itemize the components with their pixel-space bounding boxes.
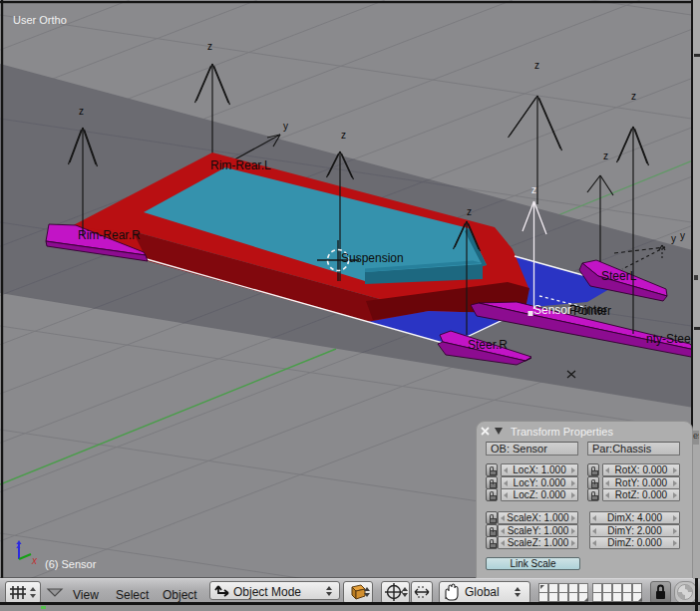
svg-text:Rim-Rear.L: Rim-Rear.L	[210, 158, 271, 172]
svg-text:y: y	[680, 230, 685, 241]
svg-text:z: z	[631, 91, 636, 102]
svg-text:z: z	[207, 41, 212, 52]
svg-text:z: z	[467, 206, 472, 217]
svg-text:(6) Sensor: (6) Sensor	[45, 558, 97, 570]
svg-text:z: z	[341, 130, 346, 141]
svg-text:z: z	[534, 60, 539, 71]
svg-text:z: z	[16, 540, 21, 550]
svg-text:Pointer: Pointer	[573, 304, 611, 318]
svg-text:Sensor: Sensor	[533, 303, 571, 317]
svg-text:y: y	[283, 121, 288, 132]
svg-text:y: y	[671, 233, 676, 244]
svg-text:Rim-Rear.R: Rim-Rear.R	[78, 228, 141, 242]
svg-text:z: z	[79, 106, 84, 117]
svg-text:nty-Stee: nty-Stee	[646, 332, 691, 346]
svg-text:Transform Properties: Transform Properties	[511, 426, 613, 438]
svg-text:User Ortho: User Ortho	[13, 14, 67, 26]
svg-text:Steer.R: Steer.R	[468, 338, 508, 352]
svg-text:SteerL: SteerL	[601, 269, 637, 283]
svg-text:z: z	[603, 151, 608, 161]
svg-text:x: x	[31, 555, 38, 566]
svg-text:z: z	[531, 184, 536, 195]
svg-text:Suspension: Suspension	[341, 251, 404, 265]
